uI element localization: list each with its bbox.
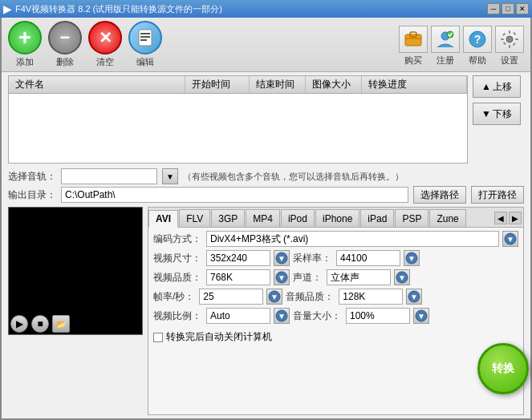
- svg-rect-4: [405, 34, 421, 46]
- help-button[interactable]: ? 帮助: [463, 26, 492, 67]
- audio-channel-spin[interactable]: ▼: [394, 269, 410, 285]
- svg-text:▼: ▼: [270, 293, 278, 301]
- video-quality-value: 768K: [206, 269, 270, 285]
- help-icon: ?: [463, 26, 492, 53]
- encode-dropdown[interactable]: ▼: [502, 231, 518, 247]
- preview-controls: ▶ ■ 📂: [10, 315, 70, 333]
- audio-channel-value: 立体声: [327, 269, 391, 285]
- minimize-button[interactable]: ─: [487, 3, 500, 14]
- svg-text:▼: ▼: [278, 273, 286, 282]
- framerate-value: 25: [199, 289, 263, 305]
- aspect-ratio-spin[interactable]: ▼: [274, 308, 290, 324]
- svg-text:▼: ▼: [398, 273, 406, 282]
- preview-box: ▶ ■ 📂: [8, 207, 143, 335]
- sample-rate-label: 采样率：: [293, 252, 333, 265]
- audio-quality-spin[interactable]: ▼: [406, 289, 422, 305]
- tab-iphone[interactable]: iPhone: [315, 209, 359, 227]
- audio-track-hint: （有些视频包含多个音轨，您可以选择音轨后再转换。）: [183, 171, 404, 183]
- tab-ipod[interactable]: iPod: [281, 209, 315, 227]
- settings-panel: AVI FLV 3GP MP4 iPod iPhone iPad PSP Zun…: [148, 207, 524, 415]
- delete-button[interactable]: − 删除: [48, 21, 82, 68]
- open-file-button[interactable]: 📂: [52, 315, 70, 333]
- file-list: 文件名 开始时间 结束时间 图像大小 转换进度: [8, 75, 468, 164]
- audio-track-row: 选择音轨： ▼ （有些视频包含多个音轨，您可以选择音轨后再转换。）: [2, 168, 530, 184]
- add-button[interactable]: + 添加: [8, 21, 42, 68]
- col-filename: 文件名: [9, 76, 185, 93]
- video-size-spin[interactable]: ▼: [274, 250, 290, 266]
- tab-prev-button[interactable]: ◀: [494, 212, 507, 224]
- title-bar: ▶ F4V视频转换器 8.2 (试用版只能转换源文件的一部分) ─ □ ✕: [0, 0, 532, 18]
- tab-mp4[interactable]: MP4: [246, 209, 280, 227]
- framerate-spin[interactable]: ▼: [266, 289, 282, 305]
- svg-point-11: [506, 36, 513, 42]
- clear-button[interactable]: ✕ 清空: [88, 21, 122, 68]
- app-icon: ▶: [3, 2, 12, 15]
- svg-text:?: ?: [474, 33, 481, 46]
- close-button[interactable]: ✕: [516, 3, 529, 14]
- settings-icon: [495, 26, 524, 53]
- toolbar: + 添加 − 删除 ✕ 清空: [2, 18, 530, 72]
- convert-button[interactable]: 转换: [477, 343, 529, 394]
- aspect-ratio-value: Auto: [206, 308, 270, 324]
- down-arrow-icon: ▼: [481, 108, 491, 119]
- buy-icon: [399, 26, 428, 53]
- col-progress: 转换进度: [362, 76, 467, 93]
- edit-button[interactable]: 编辑: [128, 21, 162, 68]
- maximize-button[interactable]: □: [502, 3, 514, 14]
- edit-icon: [128, 21, 162, 55]
- select-path-button[interactable]: 选择路径: [413, 186, 466, 204]
- svg-rect-3: [140, 39, 147, 41]
- video-quality-label: 视频品质：: [153, 271, 203, 285]
- svg-text:▼: ▼: [417, 312, 425, 321]
- svg-text:▼: ▼: [410, 293, 418, 301]
- encode-value: DivX4+MP3格式 (*.avi): [206, 231, 499, 247]
- register-button[interactable]: 注册: [431, 26, 460, 67]
- svg-rect-13: [509, 45, 510, 48]
- tab-avi[interactable]: AVI: [148, 210, 178, 228]
- col-endtime: 结束时间: [250, 76, 306, 93]
- video-size-value: 352x240: [206, 250, 270, 266]
- register-icon: [431, 26, 460, 53]
- settings-button[interactable]: 设置: [495, 26, 524, 67]
- auto-shutdown-row: 转换完后自动关闭计算机: [148, 327, 523, 347]
- clear-icon: ✕: [88, 21, 122, 55]
- open-path-button[interactable]: 打开路径: [471, 186, 524, 204]
- auto-shutdown-label: 转换完后自动关闭计算机: [166, 330, 272, 344]
- move-up-button[interactable]: ▲ ▲ 上移 上移: [473, 75, 521, 98]
- audio-track-dropdown[interactable]: ▼: [162, 168, 178, 184]
- svg-text:▼: ▼: [278, 312, 286, 321]
- tab-flv[interactable]: FLV: [179, 209, 210, 227]
- svg-rect-12: [509, 30, 510, 34]
- aspect-ratio-label: 视频比例：: [153, 309, 203, 323]
- svg-point-8: [447, 31, 453, 38]
- tab-zune[interactable]: Zune: [429, 209, 465, 227]
- audio-track-select[interactable]: [61, 168, 157, 184]
- add-icon: +: [8, 21, 42, 55]
- stop-button[interactable]: ■: [31, 315, 49, 333]
- move-down-button[interactable]: ▼ 下移: [473, 103, 521, 125]
- sample-rate-spin[interactable]: ▼: [404, 250, 420, 266]
- video-quality-spin[interactable]: ▼: [274, 269, 290, 285]
- svg-rect-18: [503, 42, 506, 45]
- svg-rect-15: [515, 38, 518, 40]
- tab-next-button[interactable]: ▶: [509, 212, 522, 224]
- svg-rect-16: [502, 33, 506, 36]
- tabs-row: AVI FLV 3GP MP4 iPod iPhone iPad PSP Zun…: [148, 208, 523, 228]
- tab-psp[interactable]: PSP: [395, 209, 428, 227]
- auto-shutdown-checkbox[interactable]: [153, 333, 163, 342]
- col-imagesize: 图像大小: [306, 76, 362, 93]
- audio-channel-label: 声道：: [293, 271, 323, 285]
- audio-track-label: 选择音轨：: [8, 170, 56, 184]
- delete-icon: −: [48, 21, 82, 55]
- play-button[interactable]: ▶: [10, 315, 28, 333]
- buy-button[interactable]: 购买: [399, 26, 428, 67]
- col-starttime: 开始时间: [185, 76, 250, 93]
- volume-spin[interactable]: ▼: [413, 308, 429, 324]
- title-text: F4V视频转换器 8.2 (试用版只能转换源文件的一部分): [15, 3, 487, 15]
- tab-ipad[interactable]: iPad: [360, 209, 394, 227]
- tab-3gp[interactable]: 3GP: [211, 209, 245, 227]
- audio-quality-label: 音频品质：: [286, 290, 335, 304]
- svg-text:▼: ▼: [506, 235, 514, 244]
- sample-rate-value: 44100: [336, 250, 400, 266]
- framerate-label: 帧率/秒：: [153, 290, 196, 304]
